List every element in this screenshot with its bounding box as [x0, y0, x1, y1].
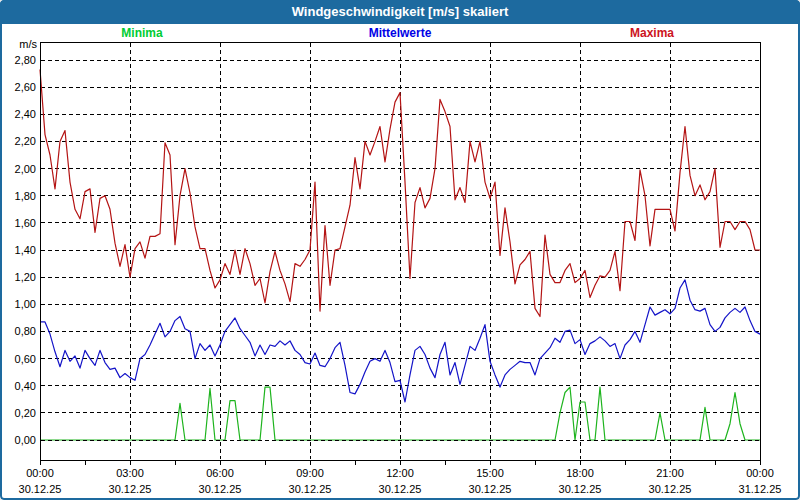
window-title: Windgeschwindigkeit [m/s] skaliert — [0, 0, 800, 24]
x-date-label: 30.12.25 — [379, 483, 422, 495]
x-time-label: 12:00 — [386, 467, 414, 479]
y-tick-label: 0,60 — [15, 353, 36, 365]
app-window: Windgeschwindigkeit [m/s] skaliert Minim… — [0, 0, 800, 500]
x-time-label: 03:00 — [116, 467, 144, 479]
legend-minima-label: Minima — [121, 26, 162, 40]
x-time-label: 00:00 — [746, 467, 774, 479]
y-tick-label: 2,80 — [15, 54, 36, 66]
plot-border — [40, 42, 760, 460]
legend-maxima-label: Maxima — [630, 26, 674, 40]
y-axis-unit-label: m/s — [19, 38, 37, 50]
y-tick-label: 1,20 — [15, 271, 36, 283]
x-time-label: 18:00 — [566, 467, 594, 479]
y-tick-label: 1,60 — [15, 217, 36, 229]
x-time-label: 15:00 — [476, 467, 504, 479]
x-time-label: 00:00 — [26, 467, 54, 479]
x-date-label: 30.12.25 — [19, 483, 62, 495]
x-time-label: 06:00 — [206, 467, 234, 479]
y-tick-label: 1,80 — [15, 190, 36, 202]
y-tick-label: 0,40 — [15, 380, 36, 392]
x-time-label: 21:00 — [656, 467, 684, 479]
x-date-label: 30.12.25 — [469, 483, 512, 495]
y-tick-label: 2,20 — [15, 135, 36, 147]
y-tick-label: 0,80 — [15, 325, 36, 337]
x-date-label: 31.12.25 — [739, 483, 782, 495]
x-date-label: 30.12.25 — [109, 483, 152, 495]
x-date-label: 30.12.25 — [289, 483, 332, 495]
y-tick-label: 0,20 — [15, 407, 36, 419]
y-tick-label: 2,60 — [15, 81, 36, 93]
y-tick-label: 0,00 — [15, 434, 36, 446]
y-tick-label: 1,40 — [15, 244, 36, 256]
chart-canvas: 2,802,602,402,202,001,801,601,401,201,00… — [0, 0, 800, 500]
legend-mittelwerte-label: Mittelwerte — [369, 26, 432, 40]
x-date-label: 30.12.25 — [199, 483, 242, 495]
x-date-label: 30.12.25 — [559, 483, 602, 495]
x-date-label: 30.12.25 — [649, 483, 692, 495]
y-tick-label: 2,40 — [15, 108, 36, 120]
y-tick-label: 1,00 — [15, 298, 36, 310]
x-time-label: 09:00 — [296, 467, 324, 479]
y-tick-label: 2,00 — [15, 163, 36, 175]
